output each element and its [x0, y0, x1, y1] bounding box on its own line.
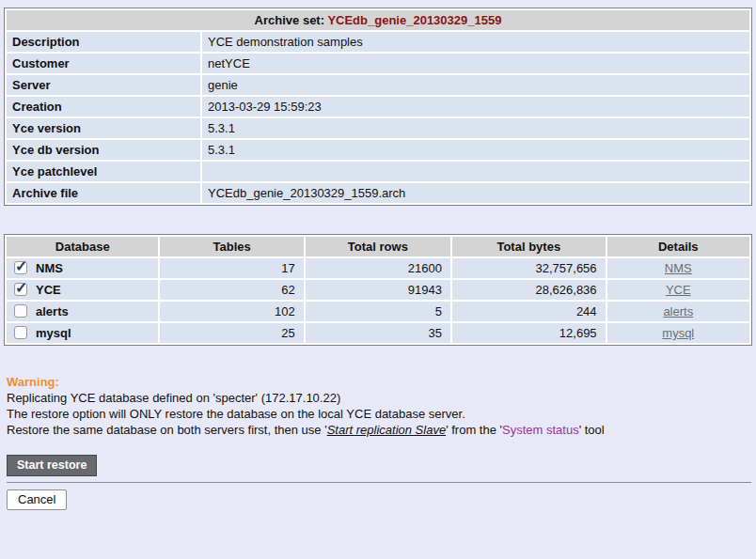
info-label: Yce patchlevel — [7, 162, 200, 181]
details-link-nms[interactable]: NMS — [665, 261, 692, 275]
total-rows-value: 5 — [306, 302, 450, 321]
column-header-details: Details — [607, 237, 749, 256]
info-value: YCEdb_genie_20130329_1559.arch — [202, 183, 749, 203]
start-replication-slave-link[interactable]: Start replication Slave — [327, 423, 446, 437]
details-link-yce[interactable]: YCE — [666, 283, 691, 297]
page: Archive set: YCEdb_genie_20130329_1559 D… — [0, 0, 756, 510]
info-value — [202, 162, 749, 181]
info-label: Customer — [7, 54, 200, 73]
info-row-yce-db-version: Yce db version 5.3.1 — [7, 140, 749, 160]
table-row-nms: NMS 17 21600 32,757,656 NMS — [7, 258, 749, 278]
total-bytes-value: 12,695 — [452, 323, 606, 343]
start-restore-button[interactable]: Start restore — [7, 455, 97, 476]
separator — [7, 482, 751, 483]
total-rows-value: 21600 — [306, 258, 450, 278]
system-status-link[interactable]: System status — [502, 423, 579, 437]
details-cell: YCE — [607, 280, 749, 300]
db-name-label: NMS — [36, 261, 63, 275]
details-cell: mysql — [607, 323, 749, 343]
db-name-label: alerts — [36, 304, 69, 318]
info-value: netYCE — [202, 54, 749, 73]
warning-line-1: Replicating YCE database defined on 'spe… — [7, 390, 752, 406]
warning-line-3-middle: ' from the ' — [446, 423, 502, 437]
tables-count: 62 — [160, 280, 303, 300]
database-cell: YCE — [7, 280, 158, 300]
total-rows-value: 91943 — [306, 280, 450, 300]
details-cell: NMS — [607, 258, 749, 278]
total-bytes-value: 244 — [452, 302, 606, 321]
warning-line-2: The restore option will ONLY restore the… — [7, 406, 752, 422]
db-name-label: mysql — [36, 326, 71, 340]
cancel-button[interactable]: Cancel — [7, 489, 67, 510]
info-row-creation: Creation 2013-03-29 15:59:23 — [7, 97, 749, 116]
db-checkbox-yce[interactable] — [14, 283, 27, 296]
archive-title-prefix: Archive set: — [255, 13, 328, 27]
archive-info-table: Archive set: YCEdb_genie_20130329_1559 D… — [4, 8, 752, 206]
info-value: 5.3.1 — [202, 140, 749, 160]
info-label: Archive file — [7, 183, 200, 203]
column-header-database: Database — [7, 237, 158, 256]
table-row-mysql: mysql 25 35 12,695 mysql — [7, 323, 749, 343]
column-header-tables: Tables — [160, 237, 303, 256]
info-row-description: Description YCE demonstration samples — [7, 32, 749, 52]
warning-block: Warning: Replicating YCE database define… — [7, 374, 752, 438]
total-bytes-value: 32,757,656 — [452, 258, 606, 278]
info-label: Creation — [7, 97, 200, 116]
database-cell: NMS — [7, 258, 158, 278]
info-label: Yce db version — [7, 140, 200, 160]
info-value: 5.3.1 — [202, 118, 749, 138]
info-value: genie — [202, 75, 749, 95]
info-row-yce-version: Yce version 5.3.1 — [7, 118, 749, 138]
table-row-alerts: alerts 102 5 244 alerts — [7, 302, 749, 321]
databases-table: Database Tables Total rows Total bytes D… — [4, 234, 752, 346]
tables-count: 25 — [160, 323, 303, 343]
info-label: Server — [7, 75, 200, 95]
column-header-total-bytes: Total bytes — [452, 237, 606, 256]
details-link-mysql[interactable]: mysql — [662, 326, 694, 340]
warning-heading: Warning: — [7, 374, 752, 390]
db-name-label: YCE — [36, 283, 61, 297]
archive-title-row: Archive set: YCEdb_genie_20130329_1559 — [7, 10, 749, 30]
warning-line-3: Restore the same database on both server… — [7, 422, 752, 438]
table-row-yce: YCE 62 91943 28,626,836 YCE — [7, 280, 749, 300]
archive-title-name: YCEdb_genie_20130329_1559 — [327, 13, 501, 27]
info-value: 2013-03-29 15:59:23 — [202, 97, 749, 116]
info-row-yce-patchlevel: Yce patchlevel — [7, 162, 749, 181]
database-cell: mysql — [7, 323, 158, 343]
tables-count: 102 — [160, 302, 303, 321]
details-link-alerts[interactable]: alerts — [663, 304, 693, 318]
warning-line-3-prefix: Restore the same database on both server… — [7, 423, 327, 437]
info-value: YCE demonstration samples — [202, 32, 749, 52]
info-row-archive-file: Archive file YCEdb_genie_20130329_1559.a… — [7, 183, 749, 203]
tables-count: 17 — [160, 258, 303, 278]
column-header-total-rows: Total rows — [306, 237, 450, 256]
db-checkbox-nms[interactable] — [14, 261, 27, 274]
details-cell: alerts — [607, 302, 749, 321]
warning-line-3-suffix: ' tool — [579, 423, 605, 437]
total-rows-value: 35 — [306, 323, 450, 343]
info-label: Yce version — [7, 118, 200, 138]
archive-title: Archive set: YCEdb_genie_20130329_1559 — [7, 10, 749, 30]
info-row-server: Server genie — [7, 75, 749, 95]
database-cell: alerts — [7, 302, 158, 321]
info-row-customer: Customer netYCE — [7, 54, 749, 73]
total-bytes-value: 28,626,836 — [452, 280, 606, 300]
db-checkbox-mysql[interactable] — [14, 326, 27, 339]
databases-header-row: Database Tables Total rows Total bytes D… — [7, 237, 749, 256]
db-checkbox-alerts[interactable] — [14, 304, 27, 318]
info-label: Description — [7, 32, 200, 52]
